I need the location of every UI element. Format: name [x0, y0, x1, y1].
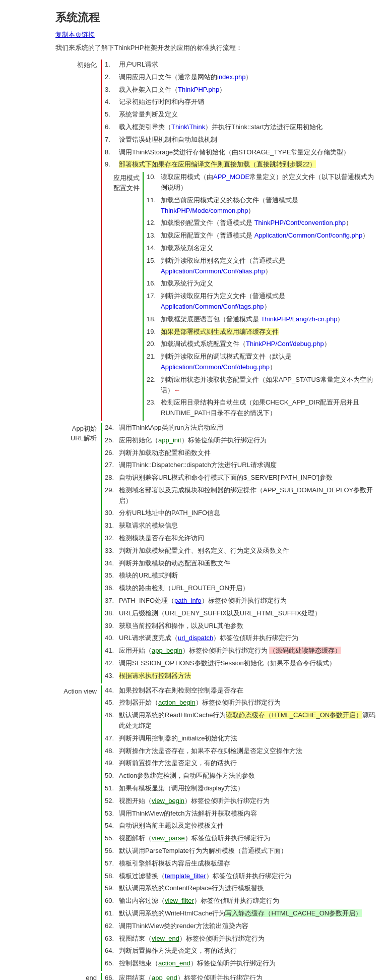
step-16: 16. 加载系统行为定义 [147, 278, 378, 289]
step-15: 15. 判断并读取应用别名定义文件（普通模式是 Application/Comm… [147, 256, 378, 277]
step-65: 65. 控制器结束（action_end）标签位侦听并执行绑定行为 [105, 958, 378, 969]
step-3: 3. 载入框架入口文件（ThinkPHP.php） [105, 85, 378, 95]
step-28: 28. 自动识别兼容URL模式和命令行模式下面的$_SERVER['PATH_I… [105, 473, 378, 483]
step-27: 27. 调用Think::Dispatcher::dispatch方法进行URL… [105, 460, 378, 471]
step-20: 20. 加载调试模式系统配置文件（ThinkPHP/Conf/debug.php… [147, 339, 378, 350]
end-bracket: 66. 应用结束（app_end）标签位侦听并执行绑定行为 67. 执行系统的S… [101, 973, 378, 980]
step-51: 51. 如果有模板显染（调用控制器display方法） [105, 783, 378, 794]
step-2: 2. 调用应用入口文件（通常是网站的index.php） [105, 72, 378, 83]
end-section: end 66. 应用结束（app_end）标签位侦听并执行绑定行为 67. 执行… [53, 973, 378, 980]
step-60: 60. 输出内容过滤（view_filter）标签位侦听并执行绑定行为 [105, 896, 378, 906]
step-44: 44. 如果控制器不存在则检测空控制器是否存在 [105, 685, 378, 696]
step-32: 32. 检测模块是否存在和允许访问 [105, 533, 378, 544]
step-12: 12. 加载惯例配置文件（普通模式是 ThinkPHP/Conf/convent… [147, 218, 378, 228]
label-column [5, 60, 53, 980]
step-11: 11. 加载当前应用模式定义的核心文件（普通模式是 ThinkPHP/Mode/… [147, 195, 378, 216]
appstart-label: App初始URL解析 [71, 424, 97, 443]
step-64: 64. 判断后置操作方法是否定义，有的话执行 [105, 946, 378, 956]
step-38: 38. URL后缀检测（URL_DENY_SUFFIX以及URL_HTML_SU… [105, 608, 378, 619]
step-53: 53. 调用Think\View的fetch方法解析并获取模板内容 [105, 809, 378, 819]
step-58: 58. 模板过滤替换（template_filter）标签位侦听并执行绑定行为 [105, 871, 378, 882]
appmode-label: 应用模式配置文件 [113, 173, 140, 193]
step-6: 6. 载入框架引导类（Think\Think）并执行Think::start方法… [105, 122, 378, 133]
init-label-area: 初始化 [53, 60, 101, 421]
step-43: 43. 根据请求执行控制器方法 [105, 671, 378, 681]
step-55: 55. 视图解析（view_parse）标签位侦听并执行绑定行为 [105, 833, 378, 844]
step-50: 50. Action参数绑定检测，自动匹配操作方法的参数 [105, 771, 378, 781]
end-label-area: end [53, 973, 101, 980]
step-1: 1. 用户URL请求 [105, 60, 378, 70]
page-container: 系统流程 复制本页链接 我们来系统的了解下ThinkPHP框架开发的应用的标准执… [5, 10, 378, 980]
step-19: 19. 如果是部署模式则生成应用编译缓存文件 [147, 327, 378, 337]
step-8: 8. 调用Think\Storage类进行存储初始化（由STORAGE_TYPE… [105, 147, 378, 158]
appmode-label-area: 应用模式配置文件 [105, 172, 143, 421]
end-label: end [86, 974, 97, 980]
step-10: 10. 读取应用模式（由APP_MODE常量定义）的定义文件（以下以普通模式为例… [147, 172, 378, 193]
step-9: 9. 部署模式下如果存在应用编译文件则直接加载（直接跳转到步骤22） [105, 159, 378, 170]
step-52: 52. 视图开始（view_begin）标签位侦听并执行绑定行为 [105, 796, 378, 806]
step-30: 30. 分析URL地址中的PATH_INFO信息 [105, 508, 378, 518]
step-37: 37. PATH_INFO处理（path_info）标签位侦听并执行绑定行为 [105, 596, 378, 606]
step-14: 14. 加载系统别名定义 [147, 243, 378, 254]
step-18: 18. 加载框架底层语言包（普通模式是 ThinkPHP/Lang/zh-cn.… [147, 314, 378, 325]
step-34: 34. 判断并加载模块的动态配置和函数文件 [105, 558, 378, 569]
step-36: 36. 模块的路由检测（URL_ROUTER_ON开启） [105, 583, 378, 594]
step-54: 54. 自动识别当前主题以及定位模板文件 [105, 821, 378, 831]
step-17: 17. 判断并读取应用行为定义文件（普通模式是 Application/Comm… [147, 291, 378, 312]
step-57: 57. 模板引擎解析模板内容后生成模板缓存 [105, 858, 378, 869]
step-56: 56. 默认调用ParseTemplate行为为解析模板（普通模式下面） [105, 846, 378, 856]
init-section: 初始化 1. 用户URL请求 2. 调用应用入口文件（通常是网站的index.p… [53, 60, 378, 421]
step-24: 24. 调用Think\App类的run方法启动应用 [105, 423, 378, 433]
step-49: 49. 判断前置操作方法是否定义，有的话执行 [105, 758, 378, 769]
step-5: 5. 系统常量判断及定义 [105, 109, 378, 120]
appstart-bracket: 24. 调用Think\App类的run方法启动应用 25. 应用初始化（app… [101, 423, 378, 683]
step-47: 47. 判断并调用控制器的_initialize初始化方法 [105, 733, 378, 744]
step-22: 22. 判断应用状态并读取状态配置文件（如果APP_STATUS常量定义不为空的… [147, 375, 378, 396]
step-48: 48. 判断操作方法是否存在，如果不存在则检测是否定义空操作方法 [105, 746, 378, 757]
content-area: 初始化 1. 用户URL请求 2. 调用应用入口文件（通常是网站的index.p… [5, 60, 378, 980]
step-33: 33. 判断并加载模块配置文件、别名定义、行为定义及函数文件 [105, 546, 378, 556]
step-63: 63. 视图结束（view_end）标签位侦听并执行绑定行为 [105, 934, 378, 944]
step-45: 45. 控制器开始（action_begin）标签位侦听并执行绑定行为 [105, 698, 378, 708]
step-61: 61. 默认调用系统的WriteHtmlCache行为写入静态缓存（HTML_C… [105, 908, 378, 919]
step-26: 26. 判断并加载动态配置和函数文件 [105, 448, 378, 458]
copy-link-top[interactable]: 复制本页链接 [55, 30, 378, 39]
steps-column: 初始化 1. 用户URL请求 2. 调用应用入口文件（通常是网站的index.p… [53, 60, 378, 980]
intro-text: 我们来系统的了解下ThinkPHP框架开发的应用的标准执行流程： [55, 43, 378, 52]
step-23: 23. 检测应用目录结构并自动生成（如果CHECK_APP_DIR配置开启并且R… [147, 397, 378, 419]
step-66: 66. 应用结束（app_end）标签位侦听并执行绑定行为 [105, 973, 378, 980]
init-label: 初始化 [77, 61, 97, 70]
step-41: 41. 应用开始（app_begin）标签位侦听并执行绑定行为 （源码此处读静态… [105, 646, 378, 656]
step-39: 39. 获取当前控制器和操作，以及URL其他参数 [105, 621, 378, 631]
step-13: 13. 加载应用配置文件（普通模式是 Application/Common/Co… [147, 230, 378, 241]
actionview-section: Action view 44. 如果控制器不存在则检测空控制器是否存在 45. … [53, 685, 378, 971]
step-62: 62. 调用Think\View类的render方法输出渲染内容 [105, 921, 378, 932]
appstart-label-area: App初始URL解析 [53, 423, 101, 683]
step-35: 35. 模块的URL模式判断 [105, 570, 378, 581]
step-4: 4. 记录初始运行时间和内存开销 [105, 97, 378, 107]
appmode-section: 应用模式配置文件 10. 读取应用模式（由APP_MODE常量定义）的定义文件（… [105, 172, 378, 421]
actionview-bracket: 44. 如果控制器不存在则检测空控制器是否存在 45. 控制器开始（action… [101, 685, 378, 971]
init-bracket: 1. 用户URL请求 2. 调用应用入口文件（通常是网站的index.php） … [101, 60, 378, 421]
step-31: 31. 获取请求的模块信息 [105, 521, 378, 531]
step-21: 21. 判断并读取应用的调试模式配置文件（默认是 Application/Com… [147, 352, 378, 373]
actionview-label: Action view [63, 686, 97, 697]
page-title: 系统流程 [55, 10, 378, 25]
step-46: 46. 默认调用系统的ReadHtmlCache行为读取静态缓存（HTML_CA… [105, 710, 378, 731]
step-42: 42. 调用SESSION_OPTIONS参数进行Session初始化（如果不是… [105, 658, 378, 669]
step-40: 40. URL请求调度完成（url_dispatch）标签位侦听并执行绑定行为 [105, 633, 378, 644]
appmode-bracket: 10. 读取应用模式（由APP_MODE常量定义）的定义文件（以下以普通模式为例… [143, 172, 378, 421]
appstart-section: App初始URL解析 24. 调用Think\App类的run方法启动应用 25… [53, 423, 378, 683]
actionview-label-area: Action view [53, 685, 101, 971]
step-29: 29. 检测域名部署以及完成模块和控制器的绑定操作（APP_SUB_DOMAIN… [105, 485, 378, 506]
step-7: 7. 设置错误处理机制和自动加载机制 [105, 135, 378, 145]
step-25: 25. 应用初始化（app_init）标签位侦听并执行绑定行为 [105, 435, 378, 446]
step-59: 59. 默认调用系统的ContentReplace行为进行模板替换 [105, 883, 378, 894]
